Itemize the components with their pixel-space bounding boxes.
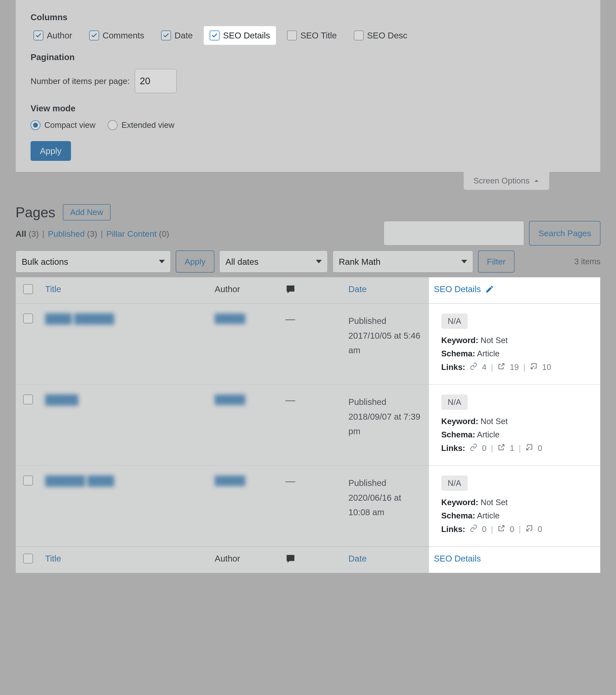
link-internal-icon <box>470 524 478 534</box>
checkbox-icon <box>34 31 43 40</box>
link-external-icon <box>498 443 505 453</box>
table-row: ██████ ████ █████ — Published2020/06/16 … <box>16 466 600 547</box>
column-toggle-seo-desc[interactable]: SEO Desc <box>351 29 410 42</box>
comments-dash: — <box>285 394 295 405</box>
row-checkbox[interactable] <box>23 313 33 323</box>
link-incoming-icon <box>525 443 533 453</box>
filter-button[interactable]: Filter <box>478 251 515 273</box>
col-date[interactable]: Date <box>344 277 429 304</box>
screen-options-panel: Columns AuthorCommentsDateSEO DetailsSEO… <box>16 0 600 172</box>
seo-schema: Schema: Article <box>441 349 595 358</box>
select-all-checkbox-footer[interactable] <box>23 554 33 563</box>
checkbox-icon <box>354 31 364 40</box>
pagination-heading: Pagination <box>31 52 585 62</box>
row-date: Published2020/06/16 at 10:08 am <box>344 466 429 547</box>
page-header: Pages Add New <box>16 204 600 220</box>
link-internal-icon <box>470 362 478 372</box>
seo-schema: Schema: Article <box>441 511 595 520</box>
col-comments[interactable] <box>280 277 344 304</box>
viewmode-row: Compact viewExtended view <box>31 120 585 130</box>
pagination-row: Number of items per page: <box>31 69 585 93</box>
seo-keyword: Keyword: Not Set <box>441 498 595 507</box>
row-seo-details: N/A Keyword: Not Set Schema: Article Lin… <box>429 304 600 385</box>
screen-options-tab[interactable]: Screen Options <box>464 172 549 190</box>
row-checkbox[interactable] <box>23 394 33 404</box>
row-author[interactable]: █████ <box>215 313 245 323</box>
row-seo-details: N/A Keyword: Not Set Schema: Article Lin… <box>429 385 600 466</box>
col-title-footer[interactable]: Title <box>40 547 210 573</box>
columns-heading: Columns <box>31 12 585 22</box>
column-toggle-seo-title[interactable]: SEO Title <box>284 29 340 42</box>
search-row: Search Pages <box>16 221 600 245</box>
search-button[interactable]: Search Pages <box>529 221 600 245</box>
columns-row: AuthorCommentsDateSEO DetailsSEO TitleSE… <box>31 29 585 42</box>
row-date: Published2017/10/05 at 5:46 am <box>344 304 429 385</box>
bulk-apply-button[interactable]: Apply <box>176 251 214 273</box>
column-toggle-comments[interactable]: Comments <box>86 29 147 42</box>
caret-up-icon <box>533 178 539 184</box>
viewmode-compact-view[interactable]: Compact view <box>31 120 95 130</box>
checkbox-icon <box>287 31 297 40</box>
column-toggle-seo-details[interactable]: SEO Details <box>204 26 276 45</box>
col-author-footer: Author <box>210 547 280 573</box>
pencil-icon <box>485 285 494 293</box>
screen-options-apply-button[interactable]: Apply <box>31 141 71 161</box>
column-toggle-date[interactable]: Date <box>158 29 196 42</box>
column-toggle-author[interactable]: Author <box>31 29 75 42</box>
col-seo-details[interactable]: SEO Details <box>429 277 600 304</box>
link-internal-icon <box>470 443 478 453</box>
view-pillar[interactable]: Pillar Content (0) <box>106 229 169 238</box>
seo-keyword: Keyword: Not Set <box>441 336 595 345</box>
comment-icon <box>285 554 296 564</box>
radio-icon <box>108 120 118 130</box>
viewmode-extended-view[interactable]: Extended view <box>108 120 174 130</box>
comments-dash: — <box>285 313 295 324</box>
col-date-footer[interactable]: Date <box>344 547 429 573</box>
seo-links: Links: 0 | 0 | 0 <box>441 524 595 534</box>
link-external-icon <box>498 524 505 534</box>
seo-schema: Schema: Article <box>441 430 595 439</box>
row-author[interactable]: █████ <box>215 476 245 485</box>
checkbox-icon <box>210 31 219 40</box>
screen-options-tab-label: Screen Options <box>473 176 530 185</box>
viewmode-heading: View mode <box>31 103 585 113</box>
col-author: Author <box>210 277 280 304</box>
table-row: █████ █████ — Published2018/09/07 at 7:3… <box>16 385 600 466</box>
link-incoming-icon <box>525 524 533 534</box>
row-seo-details: N/A Keyword: Not Set Schema: Article Lin… <box>429 466 600 547</box>
seo-links: Links: 0 | 1 | 0 <box>441 443 595 453</box>
rankmath-filter-select[interactable]: Rank Math <box>333 251 473 273</box>
link-incoming-icon <box>530 362 538 372</box>
row-title[interactable]: ██████ ████ <box>45 476 114 486</box>
add-new-button[interactable]: Add New <box>63 204 111 220</box>
col-comments-footer[interactable] <box>280 547 344 573</box>
search-input[interactable] <box>384 221 524 245</box>
items-count: 3 items <box>575 257 600 266</box>
per-page-input[interactable] <box>135 69 177 93</box>
checkbox-icon <box>161 31 171 40</box>
page-title: Pages <box>16 204 55 220</box>
col-seo-details-footer[interactable]: SEO Details <box>429 547 600 573</box>
view-published[interactable]: Published (3) <box>48 229 97 238</box>
comments-dash: — <box>285 476 295 487</box>
seo-score-badge: N/A <box>441 476 468 491</box>
row-author[interactable]: █████ <box>215 394 245 404</box>
row-title[interactable]: █████ <box>45 394 78 405</box>
seo-score-badge: N/A <box>441 313 468 329</box>
select-all-checkbox[interactable] <box>23 284 33 294</box>
pages-table: Title Author Date SEO Details ████ █████… <box>16 277 600 573</box>
seo-links: Links: 4 | 19 | 10 <box>441 362 595 372</box>
view-all[interactable]: All (3) <box>16 229 39 238</box>
link-external-icon <box>498 362 505 372</box>
seo-score-badge: N/A <box>441 394 468 410</box>
bulk-actions-select[interactable]: Bulk actions <box>16 251 171 273</box>
radio-icon <box>31 120 40 130</box>
col-title[interactable]: Title <box>40 277 210 304</box>
comment-icon <box>285 284 296 294</box>
row-title[interactable]: ████ ██████ <box>45 313 114 324</box>
dates-filter-select[interactable]: All dates <box>219 251 328 273</box>
table-row: ████ ██████ █████ — Published2017/10/05 … <box>16 304 600 385</box>
per-page-label: Number of items per page: <box>31 77 130 86</box>
row-checkbox[interactable] <box>23 476 33 486</box>
tablenav-top: Bulk actions Apply All dates Rank Math F… <box>16 251 600 273</box>
